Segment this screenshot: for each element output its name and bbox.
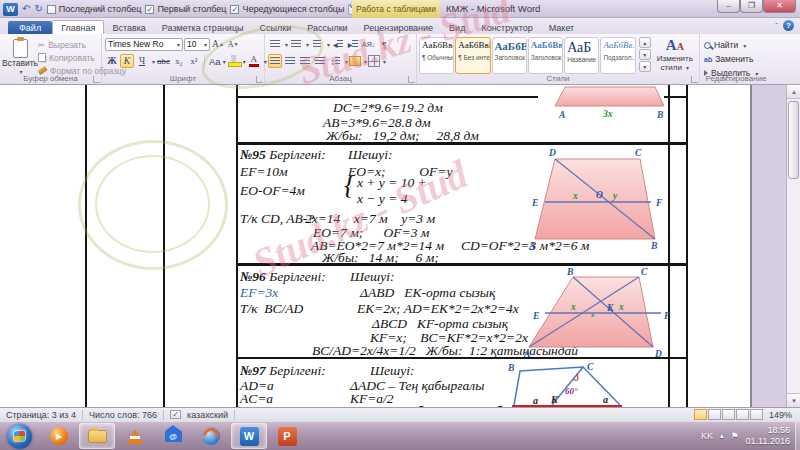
outline-view-icon[interactable] — [736, 409, 749, 420]
tab-table-design[interactable]: Конструктор — [473, 21, 540, 34]
close-button[interactable]: ✕ — [763, 0, 796, 13]
tab-file[interactable]: Файл — [8, 21, 52, 34]
align-left-button[interactable] — [268, 54, 282, 68]
word-count[interactable]: Число слов: 766 — [83, 410, 163, 420]
taskbar-firefox[interactable] — [193, 423, 229, 449]
styles-gallery-scroll[interactable]: ▴ ▾ ▾ — [639, 37, 651, 72]
draft-view-icon[interactable] — [750, 409, 763, 420]
style-no-spacing[interactable]: АаБбВвГг, ¶ Без интер... — [455, 37, 490, 74]
change-case-button[interactable]: Аа▾ — [208, 54, 227, 68]
dialog-launcher-icon[interactable] — [408, 76, 415, 83]
qat-checkbox-first-column[interactable]: ✓ Первый столбец — [145, 4, 226, 14]
italic-button[interactable]: К — [120, 54, 134, 68]
taskbar-explorer[interactable] — [79, 423, 115, 449]
subscript-button[interactable]: х₂ — [172, 54, 186, 68]
style-heading2[interactable]: АаБбВв Заголовок 2 — [528, 37, 563, 74]
document-page[interactable]: DC=2*9.6=19.2 дм AB=3*9.6=28.8 дм Ж/бы: … — [0, 85, 800, 407]
tab-view[interactable]: Вид — [441, 21, 473, 34]
multilevel-list-icon[interactable] — [310, 37, 324, 51]
underline-button[interactable]: Ч — [135, 54, 149, 68]
superscript-button[interactable]: х² — [187, 54, 201, 68]
quick-access-toolbar: W ↶ ↻ Последний столбец ✓ Первый столбец… — [3, 1, 391, 17]
shading-icon[interactable] — [349, 56, 361, 66]
highlight-color-icon[interactable] — [228, 55, 240, 67]
style-subtitle[interactable]: АаБбВв. Подзагол... — [600, 37, 635, 74]
font-family-select[interactable]: Times New Ro▾ — [105, 38, 183, 51]
show-desktop-button[interactable] — [795, 422, 800, 450]
spellcheck-icon[interactable]: ✓ — [170, 410, 181, 419]
word-logo-icon[interactable]: W — [3, 3, 18, 16]
style-normal[interactable]: АаБбВвГг, ¶ Обычный — [419, 37, 454, 74]
dialog-launcher-icon[interactable] — [256, 76, 263, 83]
chevron-down-icon[interactable]: ▾ — [152, 58, 155, 65]
action-center-flag-icon[interactable]: ⚑ — [731, 431, 739, 441]
increase-indent-icon[interactable]: ▸ — [346, 37, 360, 51]
align-right-button[interactable] — [298, 54, 312, 68]
checkbox-icon[interactable] — [47, 5, 56, 14]
web-layout-view-icon[interactable] — [722, 409, 735, 420]
minimize-button[interactable]: – — [717, 0, 740, 13]
numbering-icon[interactable] — [289, 37, 303, 51]
language-switcher[interactable]: KK — [701, 431, 713, 441]
gallery-down-icon[interactable]: ▾ — [639, 49, 651, 60]
find-button[interactable]: Найти▾ — [704, 38, 770, 52]
sort-icon[interactable]: АЯ↓ — [361, 37, 376, 51]
start-button[interactable] — [7, 424, 32, 449]
gallery-up-icon[interactable]: ▴ — [639, 37, 651, 48]
checkbox-checked-icon[interactable]: ✓ — [230, 5, 239, 14]
style-heading1[interactable]: АаБбВв Заголовок 1 — [492, 37, 527, 74]
font-color-button[interactable]: А — [247, 54, 261, 68]
fullscreen-view-icon[interactable] — [708, 409, 721, 420]
gallery-more-icon[interactable]: ▾ — [639, 61, 651, 72]
zoom-level[interactable]: 149% — [763, 410, 800, 420]
tab-mailings[interactable]: Рассылки — [299, 21, 355, 34]
show-marks-icon[interactable]: ¶ — [377, 37, 391, 51]
page-indicator[interactable]: Страница: 3 из 4 — [0, 410, 82, 420]
strikethrough-button[interactable]: abc — [156, 54, 171, 68]
tab-review[interactable]: Рецензирование — [356, 21, 442, 34]
align-center-button[interactable] — [283, 54, 297, 68]
tab-home[interactable]: Главная — [52, 20, 104, 34]
scrollbar-thumb[interactable] — [788, 101, 799, 179]
restore-button[interactable]: ❐ — [740, 0, 763, 13]
replace-button[interactable]: ab Заменить — [704, 52, 770, 66]
bullets-icon[interactable] — [268, 37, 282, 51]
scroll-down-icon[interactable]: ▾ — [787, 393, 800, 407]
taskbar-powerpoint[interactable]: P — [269, 423, 305, 449]
checkbox-checked-icon[interactable]: ✓ — [145, 5, 154, 14]
justify-button[interactable] — [313, 54, 327, 68]
qat-checkbox-banded-columns[interactable]: ✓ Чередующиеся столбцы — [230, 4, 344, 14]
line-spacing-icon[interactable]: ↕ — [328, 54, 342, 68]
grow-font-button[interactable]: А▲ — [211, 37, 225, 51]
bold-button[interactable]: Ж — [105, 54, 119, 68]
borders-icon[interactable] — [368, 55, 380, 67]
print-layout-view-icon[interactable] — [694, 409, 707, 420]
tray-expand-icon[interactable]: ▴ — [720, 432, 724, 440]
decrease-indent-icon[interactable]: ◂ — [331, 37, 345, 51]
clock[interactable]: 18:56 01.11.2016 — [746, 425, 790, 448]
change-styles-button[interactable]: АА Изменить стили ▾ — [653, 37, 697, 73]
redo-icon[interactable]: ↻ — [34, 3, 42, 15]
qat-checkbox-last-column[interactable]: Последний столбец — [47, 4, 142, 14]
vertical-scrollbar[interactable]: ▴ ▾ — [786, 85, 800, 407]
tab-insert[interactable]: Вставка — [104, 21, 153, 34]
dialog-launcher-icon[interactable] — [93, 76, 100, 83]
shrink-font-button[interactable]: А▼ — [226, 37, 240, 51]
undo-icon[interactable]: ↶ — [22, 3, 30, 15]
tab-references[interactable]: Ссылки — [252, 21, 300, 34]
help-icon[interactable]: ? — [783, 20, 794, 31]
style-title[interactable]: АаБ Название — [564, 37, 599, 74]
font-size-select[interactable]: 10▾ — [184, 38, 210, 51]
svg-text:A: A — [558, 110, 565, 120]
tab-page-layout[interactable]: Разметка страницы — [154, 21, 252, 34]
minimize-ribbon-icon[interactable]: ˆ — [775, 21, 778, 30]
taskbar-media-player[interactable]: ▶ — [41, 423, 77, 449]
language-indicator[interactable]: казахский — [181, 410, 234, 420]
dialog-launcher-icon[interactable] — [691, 76, 698, 83]
taskbar-vlc[interactable] — [117, 423, 153, 449]
taskbar-mail-agent[interactable]: @ — [155, 423, 191, 449]
scroll-up-icon[interactable]: ▴ — [787, 85, 800, 99]
taskbar-word[interactable]: W — [231, 423, 267, 449]
word-window: W ↶ ↻ Последний столбец ✓ Первый столбец… — [0, 0, 800, 450]
tab-table-layout[interactable]: Макет — [541, 21, 582, 34]
